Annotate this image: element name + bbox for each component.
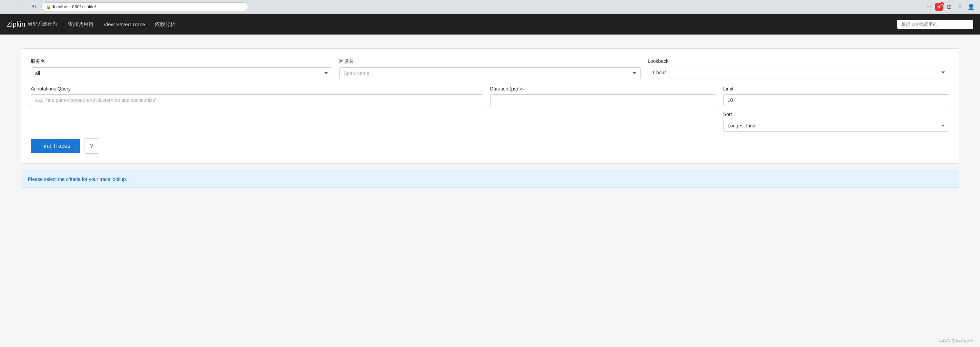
url-text: localhost:8601/zipkin/ [53,4,96,9]
main-content: 服务名 all 跨度名 Span Name Lookback 1 hour 2 … [0,35,980,347]
sort-label: Sort [723,112,949,117]
extensions-button[interactable]: ⊞ [944,2,954,12]
nav-refresh-button[interactable]: ↻ [29,2,38,12]
navbar-brand: Zipkin [7,20,25,28]
search-card: 服务名 all 跨度名 Span Name Lookback 1 hour 2 … [21,48,959,164]
sort-group: Sort Longest First Shortest First Newest… [723,112,949,131]
sort-select[interactable]: Longest First Shortest First Newest Firs… [723,120,949,131]
lookback-select[interactable]: 1 hour 2 hours 6 hours 12 hours 1 day 2 … [648,67,949,78]
navbar-link-find-traces[interactable]: 查找调用链 [68,21,94,28]
footer: CSDN @SL码起来 [932,334,980,347]
service-name-label: 服务名 [31,58,332,65]
profile-button[interactable]: 👤 [966,2,976,12]
navbar-search [897,20,973,29]
span-name-label: 跨度名 [339,58,641,65]
duration-group: Duration (μs) >= [490,86,716,131]
limit-input[interactable] [723,94,949,106]
navbar: Zipkin 研究系统行为 查找调用链 View Saved Trace 依赖分… [0,14,980,35]
limit-group: Limit [723,86,949,106]
trace-id-search-input[interactable] [897,20,973,29]
address-bar[interactable]: 🔒 localhost:8601/zipkin/ [41,2,248,11]
menu-button[interactable]: ≡ [955,2,965,12]
limit-label: Limit [723,86,949,91]
lock-icon: 🔒 [46,5,51,9]
info-banner-text: Please select the criteria for your trac… [28,176,127,182]
lookback-group: Lookback 1 hour 2 hours 6 hours 12 hours… [648,58,949,79]
help-button[interactable]: ? [84,138,99,154]
bookmark-button[interactable]: ☆ [924,2,934,12]
extension-area: s 1 [935,3,943,11]
nav-back-button[interactable]: ← [4,2,14,12]
lookback-label: Lookback [648,58,949,64]
span-name-select[interactable]: Span Name [339,67,641,79]
nav-forward-button[interactable]: → [16,2,26,12]
duration-label: Duration (μs) >= [490,86,716,91]
span-name-group: 跨度名 Span Name [339,58,641,79]
limit-sort-col: Limit Sort Longest First Shortest First … [723,86,949,131]
info-banner: Please select the criteria for your trac… [21,171,959,188]
navbar-link-dependency-analysis[interactable]: 依赖分析 [155,21,175,28]
browser-actions: ☆ s 1 ⊞ ≡ 👤 [924,2,976,12]
annotations-query-input[interactable] [31,94,483,106]
footer-text: CSDN @SL码起来 [939,338,973,343]
navbar-tagline: 研究系统行为 [28,21,57,27]
find-traces-button[interactable]: Find Traces [31,139,80,153]
extension-badge: 1 [940,2,944,6]
extension-icon: s 1 [935,3,943,11]
browser-chrome: ← → ↻ 🔒 localhost:8601/zipkin/ ☆ s 1 ⊞ ≡… [0,0,980,14]
buttons-row: Find Traces ? [31,138,949,154]
annotations-group: Annotations Query [31,86,483,131]
navbar-link-view-saved-trace[interactable]: View Saved Trace [103,21,145,27]
annotations-label: Annotations Query [31,86,483,91]
form-bottom-area: Annotations Query Duration (μs) >= Limit… [31,86,949,131]
duration-input[interactable] [490,94,716,106]
service-name-select[interactable]: all [31,67,332,79]
service-name-group: 服务名 all [31,58,332,79]
form-top-grid: 服务名 all 跨度名 Span Name Lookback 1 hour 2 … [31,58,949,79]
